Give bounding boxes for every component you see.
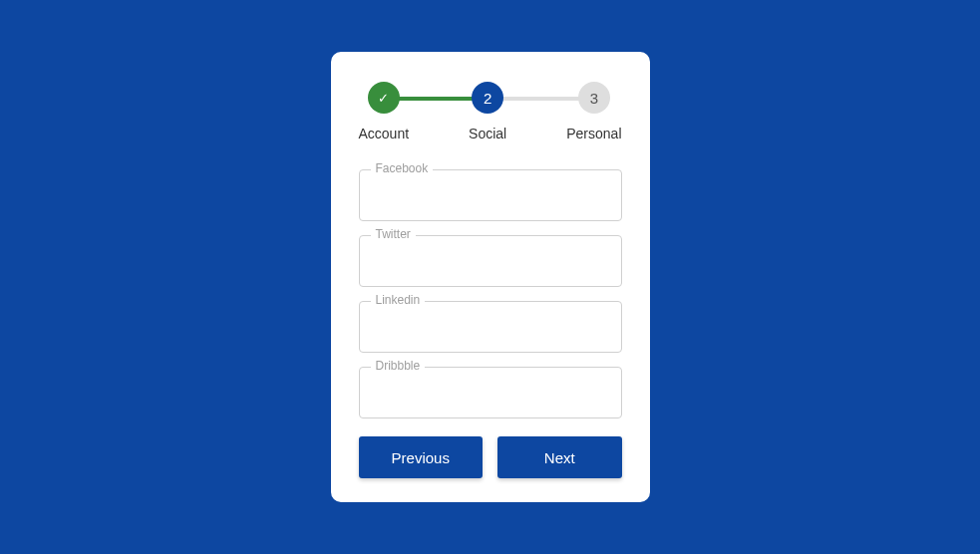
dribbble-field-wrapper: Dribbble [359, 367, 622, 418]
step-account-circle: ✓ [368, 82, 400, 114]
check-icon: ✓ [378, 91, 389, 106]
step-account-label: Account [359, 126, 410, 141]
step-account[interactable]: ✓ Account [359, 82, 410, 141]
wizard-card: ✓ Account 2 Social 3 Personal Facebook T… [331, 52, 650, 502]
twitter-input[interactable] [359, 235, 622, 287]
step-social-circle: 2 [472, 82, 503, 114]
linkedin-input[interactable] [359, 301, 622, 353]
stepper: ✓ Account 2 Social 3 Personal [359, 82, 622, 141]
twitter-field-wrapper: Twitter [359, 235, 622, 287]
linkedin-label: Linkedin [371, 293, 426, 307]
form-fields: Facebook Twitter Linkedin Dribbble [359, 169, 622, 418]
step-social[interactable]: 2 Social [469, 82, 506, 141]
dribbble-label: Dribbble [371, 359, 426, 373]
dribbble-input[interactable] [359, 367, 622, 418]
facebook-field-wrapper: Facebook [359, 169, 622, 221]
step-personal-label: Personal [566, 126, 621, 141]
button-row: Previous Next [359, 436, 622, 478]
step-personal-number: 3 [590, 90, 598, 107]
facebook-label: Facebook [371, 161, 434, 175]
facebook-input[interactable] [359, 169, 622, 221]
step-social-label: Social [469, 126, 506, 141]
step-personal-circle: 3 [578, 82, 610, 114]
twitter-label: Twitter [371, 227, 416, 241]
previous-button[interactable]: Previous [359, 436, 484, 478]
linkedin-field-wrapper: Linkedin [359, 301, 622, 353]
step-personal[interactable]: 3 Personal [566, 82, 621, 141]
next-button[interactable]: Next [497, 436, 622, 478]
step-social-number: 2 [484, 90, 491, 107]
